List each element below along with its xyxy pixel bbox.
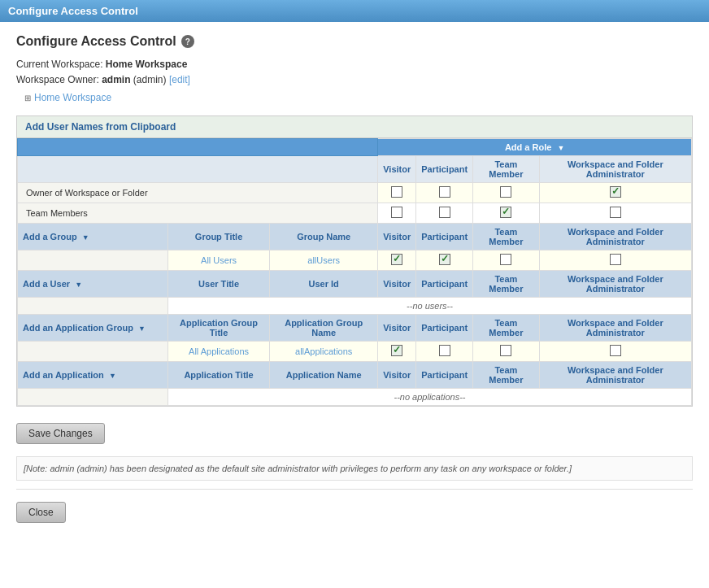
clipboard-section-header: Add User Names from Clipboard <box>17 116 692 138</box>
workspace-admin-col-header: Workspace and Folder Administrator <box>539 156 691 183</box>
clipboard-section-title: Add User Names from Clipboard <box>25 121 176 133</box>
app-participant-col-header: Participant <box>416 362 473 389</box>
user-team-col-header: Team Member <box>473 271 539 298</box>
app-team-col-header: Team Member <box>473 362 539 389</box>
user-id-col-header: User Id <box>270 271 378 298</box>
add-group-label[interactable]: Add a Group ▼ <box>18 224 168 250</box>
app-group-admin-col-header: Workspace and Folder Administrator <box>539 315 691 342</box>
current-workspace-name: Home Workspace <box>106 59 187 70</box>
add-app-group-label[interactable]: Add an Application Group ▼ <box>18 315 168 342</box>
app-group-participant-col-header: Participant <box>416 315 473 342</box>
add-role-header-row: Add a Role ▼ <box>18 139 692 156</box>
all-users-team-cb[interactable] <box>473 250 539 271</box>
group-name-col-header: Group Name <box>270 224 378 250</box>
owner-admin-cb[interactable] <box>539 183 691 203</box>
add-app-section-row: Add an Application ▼ Application Title A… <box>18 362 692 389</box>
access-table: Add a Role ▼ Visitor Participant Team Me… <box>17 138 692 406</box>
admin-note: [Note: admin (admin) has been designated… <box>16 456 693 481</box>
owner-participant-cb[interactable] <box>416 183 473 203</box>
team-visitor-cb[interactable] <box>378 203 416 224</box>
app-title-col-header: Application Title <box>168 362 270 389</box>
add-user-label[interactable]: Add a User ▼ <box>18 271 168 298</box>
title-bar: Configure Access Control <box>0 0 709 22</box>
app-name-col-header: Application Name <box>270 362 378 389</box>
tree-expand-icon[interactable]: ⊞ <box>24 94 31 102</box>
add-app-label[interactable]: Add an Application ▼ <box>18 362 168 389</box>
user-title-col-header: User Title <box>168 271 270 298</box>
app-group-title-col-header: Application Group Title <box>168 315 270 342</box>
app-admin-col-header: Workspace and Folder Administrator <box>539 362 691 389</box>
workspace-owner-name: admin <box>102 74 130 85</box>
column-header-row: Visitor Participant Team Member Workspac… <box>18 156 692 183</box>
user-participant-col-header: Participant <box>416 271 473 298</box>
team-member-col-header: Team Member <box>473 156 539 183</box>
app-group-team-col-header: Team Member <box>473 315 539 342</box>
all-apps-visitor-cb[interactable] <box>378 342 416 362</box>
group-title-col-header: Group Title <box>168 224 270 250</box>
group-visitor-col-header: Visitor <box>378 224 416 250</box>
group-team-col-header: Team Member <box>473 224 539 250</box>
user-visitor-col-header: Visitor <box>378 271 416 298</box>
team-members-row: Team Members <box>18 203 692 224</box>
no-apps-row: --no applications-- <box>18 389 692 406</box>
access-control-section: Add User Names from Clipboard Add a Role… <box>16 115 693 407</box>
all-apps-admin-cb[interactable] <box>539 342 691 362</box>
all-apps-title-cell[interactable]: All Applications <box>168 342 270 362</box>
save-changes-button[interactable]: Save Changes <box>16 423 105 444</box>
app-group-name-col-header: Application Group Name <box>270 315 378 342</box>
all-apps-name-cell[interactable]: allApplications <box>270 342 378 362</box>
team-participant-cb[interactable] <box>416 203 473 224</box>
all-users-row: All Users allUsers <box>18 250 692 271</box>
all-applications-row: All Applications allApplications <box>18 342 692 362</box>
no-users-row: --no users-- <box>18 298 692 315</box>
current-workspace-label: Current Workspace: <box>16 59 102 70</box>
group-participant-col-header: Participant <box>416 224 473 250</box>
no-users-label: --no users-- <box>168 298 692 315</box>
home-workspace-link[interactable]: Home Workspace <box>34 92 111 103</box>
edit-workspace-owner-link[interactable]: [edit] <box>169 74 190 85</box>
owner-label: Owner of Workspace or Folder <box>18 183 378 203</box>
all-apps-team-cb[interactable] <box>473 342 539 362</box>
help-icon[interactable]: ? <box>181 35 194 48</box>
title-bar-label: Configure Access Control <box>8 5 138 17</box>
workspace-owner-parens: (admin) <box>133 74 167 85</box>
group-admin-col-header: Workspace and Folder Administrator <box>539 224 691 250</box>
all-users-participant-cb[interactable] <box>416 250 473 271</box>
add-group-section-row: Add a Group ▼ Group Title Group Name Vis… <box>18 224 692 250</box>
all-users-visitor-cb[interactable] <box>378 250 416 271</box>
add-role-header: Add a Role ▼ <box>378 139 692 156</box>
participant-col-header: Participant <box>416 156 473 183</box>
workspace-owner-label: Workspace Owner: <box>16 74 99 85</box>
no-apps-label: --no applications-- <box>168 389 692 406</box>
add-app-group-section-row: Add an Application Group ▼ Application G… <box>18 315 692 342</box>
all-users-name-cell[interactable]: allUsers <box>270 250 378 271</box>
team-members-label: Team Members <box>18 203 378 224</box>
app-visitor-col-header: Visitor <box>378 362 416 389</box>
page-title: Configure Access Control <box>16 34 176 49</box>
app-group-visitor-col-header: Visitor <box>378 315 416 342</box>
all-users-admin-cb[interactable] <box>539 250 691 271</box>
owner-visitor-cb[interactable] <box>378 183 416 203</box>
team-admin-cb[interactable] <box>539 203 691 224</box>
visitor-col-header: Visitor <box>378 156 416 183</box>
all-apps-participant-cb[interactable] <box>416 342 473 362</box>
team-team-cb[interactable] <box>473 203 539 224</box>
close-button[interactable]: Close <box>16 502 66 523</box>
user-admin-col-header: Workspace and Folder Administrator <box>539 271 691 298</box>
owner-team-cb[interactable] <box>473 183 539 203</box>
all-users-title-cell[interactable]: All Users <box>168 250 270 271</box>
add-user-section-row: Add a User ▼ User Title User Id Visitor … <box>18 271 692 298</box>
owner-row: Owner of Workspace or Folder <box>18 183 692 203</box>
